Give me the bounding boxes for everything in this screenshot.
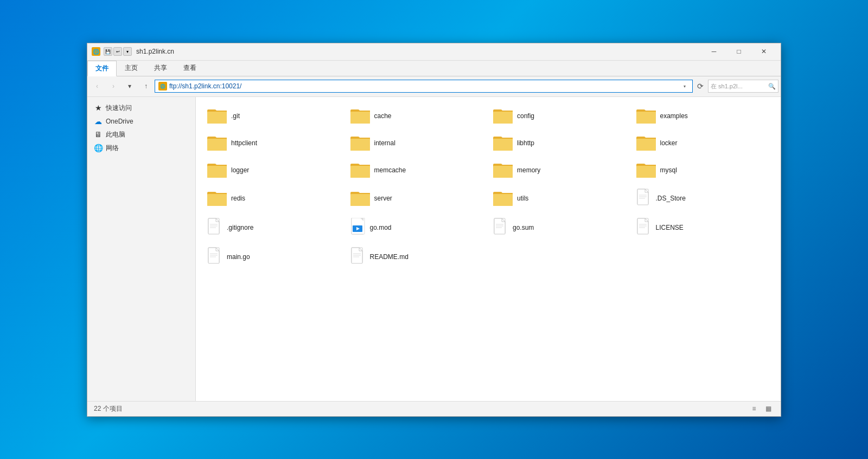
- file-item[interactable]: utils: [488, 185, 631, 212]
- file-name-label: go.sum: [513, 224, 534, 231]
- file-icon: [636, 218, 652, 237]
- refresh-button[interactable]: ⟳: [694, 80, 707, 93]
- sidebar-item-network[interactable]: 🌐 网络: [87, 141, 195, 155]
- status-text: 22 个项目: [94, 404, 123, 413]
- maximize-button[interactable]: □: [726, 43, 751, 60]
- file-item[interactable]: memory: [488, 158, 631, 183]
- main-content: ★ 快速访问 ☁ OneDrive 🖥 此电脑 🌐 网络: [87, 97, 781, 401]
- close-button[interactable]: ✕: [751, 43, 776, 60]
- tab-share[interactable]: 共享: [146, 61, 175, 76]
- network-label: 网络: [106, 144, 119, 153]
- svg-rect-29: [350, 167, 370, 178]
- file-name-label: LICENSE: [656, 224, 684, 231]
- folder-icon: [636, 161, 656, 179]
- file-item[interactable]: examples: [631, 104, 775, 128]
- search-area[interactable]: 在 sh1.p2l... 🔍: [708, 80, 778, 93]
- file-list: .git cache config examples: [196, 97, 781, 401]
- file-name-label: config: [517, 112, 534, 120]
- quick-access-icon: ★: [94, 104, 103, 112]
- sidebar-item-quick-access[interactable]: ★ 快速访问: [87, 101, 195, 115]
- folder-icon: [350, 107, 370, 125]
- file-name-label: main.go: [227, 253, 250, 261]
- back-button[interactable]: ‹: [90, 79, 105, 94]
- file-item[interactable]: main.go: [202, 243, 346, 270]
- onedrive-icon: ☁: [94, 117, 103, 126]
- folder-icon: [207, 161, 227, 179]
- file-grid: .git cache config examples: [202, 104, 774, 270]
- titlebar: 🌐 💾 ↩ ▾ sh1.p2link.cn ─ □ ✕: [87, 43, 781, 61]
- file-icon: [207, 247, 222, 267]
- folder-icon: [207, 134, 227, 152]
- file-name-label: .git: [231, 112, 240, 120]
- tab-home[interactable]: 主页: [117, 61, 146, 76]
- folder-icon: [493, 161, 513, 179]
- file-item[interactable]: locker: [631, 131, 775, 156]
- ribbon-tabs: 文件 主页 共享 查看: [87, 61, 781, 76]
- file-item[interactable]: cache: [346, 104, 489, 128]
- file-item[interactable]: memcache: [346, 158, 489, 183]
- file-item[interactable]: internal: [346, 131, 489, 156]
- svg-rect-14: [207, 140, 227, 151]
- file-icon: [350, 247, 366, 267]
- file-name-label: .DS_Store: [656, 195, 686, 202]
- sidebar-item-this-pc[interactable]: 🖥 此电脑: [87, 128, 195, 141]
- window-icon: 🌐: [92, 47, 100, 56]
- quick-undo-btn[interactable]: ↩: [113, 47, 122, 56]
- svg-rect-23: [636, 140, 656, 151]
- media-file-icon: [350, 218, 366, 237]
- file-name-label: examples: [660, 112, 688, 120]
- quick-more-btn[interactable]: ▾: [123, 47, 132, 56]
- svg-rect-20: [493, 140, 513, 151]
- file-name-label: mysql: [660, 166, 677, 174]
- file-item[interactable]: .git: [202, 104, 346, 128]
- this-pc-label: 此电脑: [106, 130, 125, 139]
- file-item[interactable]: LICENSE: [631, 214, 775, 241]
- up-button[interactable]: ↑: [138, 79, 154, 94]
- tab-view[interactable]: 查看: [175, 61, 205, 76]
- file-item[interactable]: libhttp: [488, 131, 631, 156]
- address-bar[interactable]: 🌐 ftp://sh1.p2link.cn:10021/ ▾: [155, 80, 693, 93]
- svg-rect-44: [493, 195, 513, 206]
- file-name-label: README.md: [370, 253, 409, 261]
- svg-rect-17: [350, 140, 370, 151]
- file-item[interactable]: .gitignore: [202, 214, 346, 241]
- quick-access-label: 快速访问: [106, 104, 132, 113]
- file-item[interactable]: config: [488, 104, 631, 128]
- file-icon: [636, 189, 652, 208]
- toolbar: ‹ › ▾ ↑ 🌐 ftp://sh1.p2link.cn:10021/ ▾ ⟳…: [87, 76, 781, 97]
- view-details-button[interactable]: ≡: [748, 403, 760, 415]
- svg-rect-2: [207, 113, 227, 124]
- file-item[interactable]: .DS_Store: [631, 185, 775, 212]
- file-item[interactable]: redis: [202, 185, 346, 212]
- file-name-label: logger: [231, 166, 249, 174]
- quick-save-btn[interactable]: 💾: [104, 47, 112, 56]
- address-icon: 🌐: [158, 82, 167, 90]
- file-item[interactable]: server: [346, 185, 489, 212]
- file-name-label: utils: [517, 195, 528, 202]
- file-item[interactable]: README.md: [346, 243, 489, 270]
- minimize-button[interactable]: ─: [701, 43, 726, 60]
- address-dropdown[interactable]: ▾: [680, 82, 689, 90]
- folder-icon: [207, 107, 227, 125]
- folder-icon: [493, 190, 513, 207]
- file-item[interactable]: go.sum: [488, 214, 631, 241]
- sidebar-item-onedrive[interactable]: ☁ OneDrive: [87, 115, 195, 128]
- file-item[interactable]: go.mod: [346, 214, 489, 241]
- svg-rect-8: [493, 113, 513, 124]
- file-name-label: .gitignore: [227, 224, 253, 231]
- svg-rect-26: [207, 167, 227, 178]
- dropdown-button[interactable]: ▾: [122, 79, 137, 94]
- view-tiles-button[interactable]: ▦: [762, 403, 774, 415]
- svg-rect-41: [350, 195, 370, 206]
- tab-file[interactable]: 文件: [87, 61, 117, 76]
- forward-button[interactable]: ›: [106, 79, 121, 94]
- file-item[interactable]: mysql: [631, 158, 775, 183]
- file-item[interactable]: logger: [202, 158, 346, 183]
- folder-icon: [493, 134, 513, 152]
- folder-icon: [493, 107, 513, 125]
- network-icon: 🌐: [94, 144, 103, 152]
- file-icon: [207, 218, 222, 237]
- svg-rect-32: [493, 167, 513, 178]
- view-controls: ≡ ▦: [748, 403, 774, 415]
- file-item[interactable]: httpclient: [202, 131, 346, 156]
